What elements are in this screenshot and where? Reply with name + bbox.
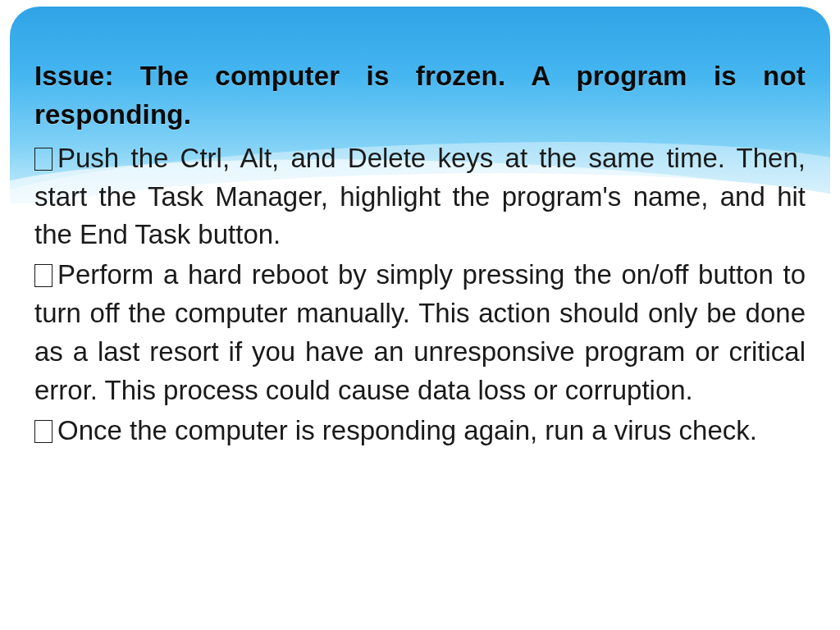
bullet-text: Push the Ctrl, Alt, and Delete keys at t… [34,143,806,250]
issue-heading: Issue: The computer is frozen. A program… [34,57,806,135]
bullet-icon: ⁡ [34,420,52,443]
bullet-icon: ⁡ [34,264,52,287]
bullet-item: ⁡Once the computer is responding again, … [34,412,806,450]
bullet-item: ⁡Perform a hard reboot by simply pressin… [34,256,806,409]
bullet-text: Once the computer is responding again, r… [57,415,757,445]
bullet-icon: ⁡ [34,148,52,171]
bullet-item: ⁡Push the Ctrl, Alt, and Delete keys at … [34,139,806,255]
slide-content: Issue: The computer is frozen. A program… [34,57,806,450]
slide-card: Issue: The computer is frozen. A program… [10,7,830,623]
bullet-text: Perform a hard reboot by simply pressing… [34,259,806,405]
